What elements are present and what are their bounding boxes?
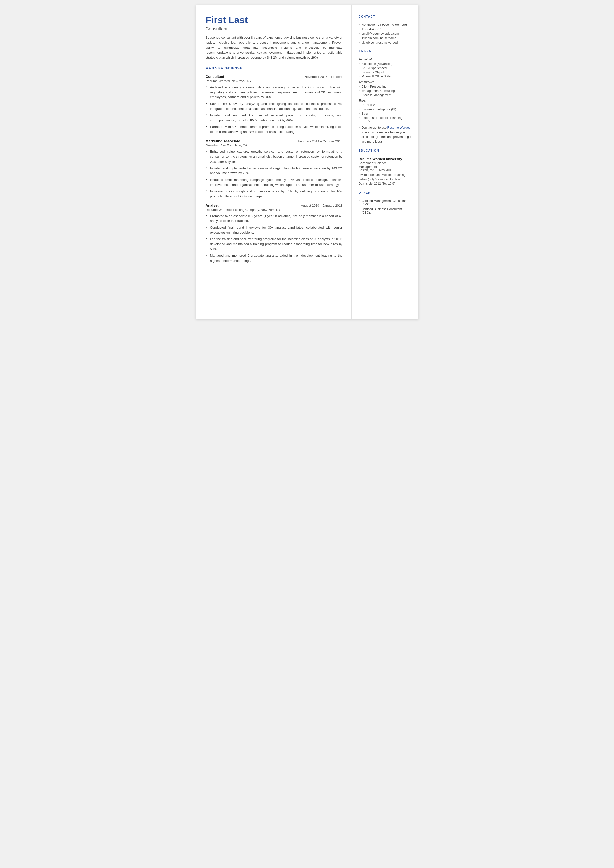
skill-salesforce: Salesforce (Advanced) bbox=[358, 62, 411, 65]
education-section-title: EDUCATION bbox=[358, 149, 411, 152]
job-3-title: Analyst bbox=[206, 203, 219, 207]
other-list: Certified Management Consultant (CMC). C… bbox=[358, 199, 411, 214]
job-2-bullet-2: Initiated and implemented an actionable … bbox=[206, 166, 343, 176]
contact-phone: +1-334-453-119 bbox=[358, 28, 411, 31]
other-cmc: Certified Management Consultant (CMC). bbox=[358, 199, 411, 206]
job-2-header: Marketing Associate February 2013 – Octo… bbox=[206, 139, 343, 143]
job-1-bullet-2: Saved RW $18M by analyzing and redesigni… bbox=[206, 101, 343, 112]
job-3-header: Analyst August 2010 – January 2013 bbox=[206, 203, 343, 207]
job-2-title: Marketing Associate bbox=[206, 139, 240, 143]
job-1: Consultant November 2015 – Present Resum… bbox=[206, 75, 343, 135]
tools-label: Tools: bbox=[358, 99, 411, 102]
candidate-title: Consultant bbox=[206, 26, 343, 32]
skill-management-consulting: Management Consulting bbox=[358, 89, 411, 93]
other-divider bbox=[358, 196, 411, 196]
summary-text: Seasoned consultant with over 8 years of… bbox=[206, 35, 343, 61]
promo-suffix: to scan your resume before you send it o… bbox=[361, 130, 411, 143]
skill-bi: Business Intelligence (BI) bbox=[358, 108, 411, 111]
edu-field: Management bbox=[358, 165, 411, 169]
skill-process-management: Process Management bbox=[358, 93, 411, 97]
skills-section: SKILLS Technical: Salesforce (Advanced) … bbox=[358, 49, 411, 144]
skill-sap: SAP (Experienced) bbox=[358, 66, 411, 70]
edu-degree: Bachelor of Science bbox=[358, 161, 411, 165]
techniques-label: Techniques: bbox=[358, 80, 411, 84]
education-section: EDUCATION Resume Worded University Bache… bbox=[358, 149, 411, 186]
other-cbc: Certified Business Consultant (CBC). bbox=[358, 207, 411, 214]
skills-divider bbox=[358, 54, 411, 54]
job-2-bullet-3: Reduced email marketing campaign cycle t… bbox=[206, 177, 343, 188]
skill-office: Microsoft Office Suite bbox=[358, 75, 411, 78]
promo-prefix: Don't forget to use bbox=[361, 126, 388, 129]
other-section-title: OTHER bbox=[358, 191, 411, 194]
contact-email: email@resumeworded.com bbox=[358, 32, 411, 36]
skill-scrum: Scrum bbox=[358, 112, 411, 115]
resume-page: First Last Consultant Seasoned consultan… bbox=[196, 5, 419, 319]
job-1-title: Consultant bbox=[206, 75, 224, 79]
left-column: First Last Consultant Seasoned consultan… bbox=[196, 5, 352, 319]
job-3: Analyst August 2010 – January 2013 Resum… bbox=[206, 203, 343, 263]
job-3-bullets: Promoted to an associate in 2 years (1 y… bbox=[206, 214, 343, 263]
skill-client-prospecting: Client Prospecting bbox=[358, 85, 411, 89]
contact-divider bbox=[358, 20, 411, 20]
tools-skills-list: PRINCE2 Business Intelligence (BI) Scrum… bbox=[358, 103, 411, 123]
technical-skills-list: Salesforce (Advanced) SAP (Experienced) … bbox=[358, 62, 411, 78]
right-column: CONTACT Montpelier, VT (Open to Remote) … bbox=[352, 5, 419, 319]
skill-prince2: PRINCE2 bbox=[358, 103, 411, 107]
skill-business-objects: Business Objects bbox=[358, 70, 411, 74]
contact-section-title: CONTACT bbox=[358, 15, 411, 18]
contact-linkedin: linkedin.com/in/username bbox=[358, 36, 411, 40]
job-2-dates: February 2013 – October 2015 bbox=[298, 139, 342, 143]
job-1-bullets: Archived infrequently accessed data and … bbox=[206, 85, 343, 135]
contact-section: CONTACT Montpelier, VT (Open to Remote) … bbox=[358, 15, 411, 44]
job-1-header: Consultant November 2015 – Present bbox=[206, 75, 343, 79]
edu-awards: Awards: Resume Worded Teaching Fellow (o… bbox=[358, 173, 411, 186]
edu-date: Boston, MA — May 2009 bbox=[358, 169, 411, 172]
name-title-block: First Last Consultant bbox=[206, 15, 343, 32]
job-2-company: Growthsi, San Francisco, CA bbox=[206, 143, 343, 147]
job-1-bullet-3: Initiated and enforced the use of recycl… bbox=[206, 113, 343, 123]
resume-worded-promo: Don't forget to use Resume Worded to sca… bbox=[358, 126, 411, 144]
resume-worded-link[interactable]: Resume Worded bbox=[387, 126, 410, 129]
job-3-bullet-4: Managed and mentored 6 graduate analysts… bbox=[206, 253, 343, 263]
education-divider bbox=[358, 154, 411, 154]
job-3-dates: August 2010 – January 2013 bbox=[301, 203, 343, 207]
contact-location: Montpelier, VT (Open to Remote) bbox=[358, 23, 411, 26]
job-3-bullet-1: Promoted to an associate in 2 years (1 y… bbox=[206, 214, 343, 224]
candidate-name: First Last bbox=[206, 15, 343, 25]
skills-section-title: SKILLS bbox=[358, 49, 411, 53]
other-section: OTHER Certified Management Consultant (C… bbox=[358, 191, 411, 214]
techniques-skills-list: Client Prospecting Management Consulting… bbox=[358, 85, 411, 97]
job-2-bullet-1: Enhanced value capture, growth, service,… bbox=[206, 149, 343, 164]
edu-school: Resume Worded University bbox=[358, 157, 411, 161]
job-3-bullet-3: Led the training and peer-mentoring prog… bbox=[206, 236, 343, 252]
job-3-company: Resume Worded's Exciting Company, New Yo… bbox=[206, 208, 343, 211]
job-1-bullet-4: Partnered with a 6-member team to promot… bbox=[206, 124, 343, 135]
skill-erp: Enterprise Resource Planning (ERP) bbox=[358, 116, 411, 123]
job-2-bullets: Enhanced value capture, growth, service,… bbox=[206, 149, 343, 199]
job-1-dates: November 2015 – Present bbox=[304, 75, 342, 79]
job-2-bullet-4: Increased click-through and conversion r… bbox=[206, 189, 343, 199]
work-experience-section-title: WORK EXPERIENCE bbox=[206, 66, 343, 70]
job-3-bullet-2: Conducted final round interviews for 30+… bbox=[206, 225, 343, 235]
job-1-company: Resume Worded, New York, NY bbox=[206, 79, 343, 83]
contact-github: github.com/resumeworded bbox=[358, 41, 411, 44]
technical-label: Technical: bbox=[358, 57, 411, 61]
job-1-bullet-1: Archived infrequently accessed data and … bbox=[206, 85, 343, 100]
job-2: Marketing Associate February 2013 – Octo… bbox=[206, 139, 343, 199]
contact-list: Montpelier, VT (Open to Remote) +1-334-4… bbox=[358, 23, 411, 44]
